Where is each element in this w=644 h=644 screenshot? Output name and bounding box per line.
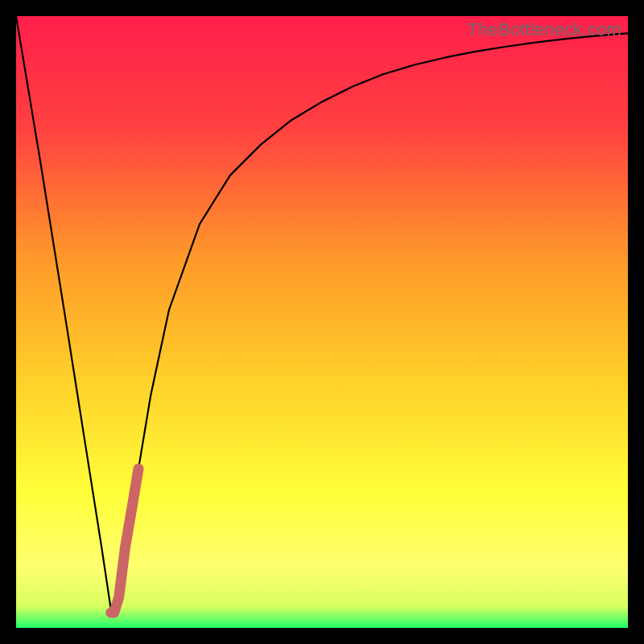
- watermark-text: TheBottleneck.com: [467, 19, 621, 40]
- chart-frame: TheBottleneck.com: [16, 16, 628, 628]
- gradient-background: [16, 16, 628, 628]
- bottleneck-plot: [16, 16, 628, 628]
